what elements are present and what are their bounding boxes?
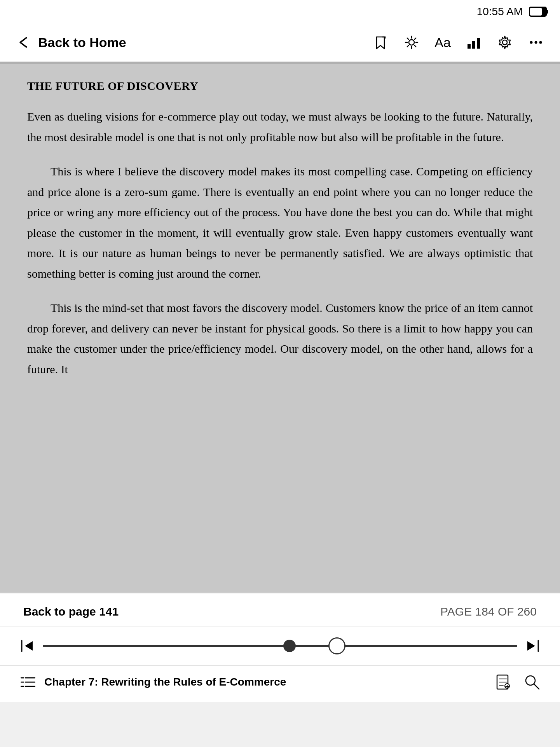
status-time: 10:55 AM bbox=[477, 5, 523, 18]
svg-rect-13 bbox=[468, 44, 471, 49]
last-page-button[interactable] bbox=[525, 638, 541, 654]
svg-line-11 bbox=[415, 38, 416, 40]
bottom-panel: Back to page 141 PAGE 184 OF 260 bbox=[0, 593, 560, 702]
reading-stats-icon[interactable] bbox=[465, 34, 482, 51]
page-info-row: Back to page 141 PAGE 184 OF 260 bbox=[0, 593, 560, 626]
section-title: THE FUTURE OF DISCOVERY bbox=[27, 79, 533, 93]
svg-rect-1 bbox=[546, 10, 548, 14]
nav-left: Back to Home bbox=[16, 35, 126, 50]
battery-icon bbox=[529, 7, 548, 17]
toolbar-right bbox=[495, 674, 541, 691]
page-counter: PAGE 184 OF 260 bbox=[440, 605, 537, 618]
settings-icon[interactable] bbox=[496, 34, 513, 51]
chapter-info: Chapter 7: Rewriting the Rules of E-Comm… bbox=[19, 674, 286, 691]
paragraph-3: This is the mind-set that most favors th… bbox=[27, 298, 533, 380]
svg-line-9 bbox=[407, 38, 409, 40]
svg-point-4 bbox=[409, 40, 414, 45]
bottom-toolbar: Chapter 7: Rewriting the Rules of E-Comm… bbox=[0, 666, 560, 702]
content-area: THE FUTURE OF DISCOVERY Even as dueling … bbox=[0, 64, 560, 593]
svg-point-17 bbox=[530, 41, 533, 44]
scrubber-row bbox=[0, 626, 560, 666]
table-of-contents-icon[interactable] bbox=[19, 674, 37, 691]
back-arrow-button[interactable] bbox=[16, 35, 31, 50]
svg-rect-14 bbox=[472, 41, 475, 49]
nav-bar: Back to Home Aa bbox=[0, 23, 560, 62]
chapter-label: Chapter 7: Rewriting the Rules of E-Comm… bbox=[44, 676, 286, 688]
svg-point-16 bbox=[502, 40, 507, 45]
svg-point-19 bbox=[539, 41, 542, 44]
svg-line-10 bbox=[415, 45, 416, 47]
scrubber-track[interactable] bbox=[43, 645, 517, 647]
svg-rect-3 bbox=[530, 8, 542, 16]
font-size-icon[interactable]: Aa bbox=[434, 34, 451, 51]
status-bar: 10:55 AM bbox=[0, 0, 560, 23]
paragraph-2: This is where I believe the discovery mo… bbox=[27, 161, 533, 284]
scrubber-thumb-secondary[interactable] bbox=[328, 637, 345, 654]
notes-icon[interactable] bbox=[495, 674, 512, 691]
scrubber-thumb-main[interactable] bbox=[283, 640, 296, 652]
svg-rect-15 bbox=[477, 38, 480, 49]
first-page-button[interactable] bbox=[19, 638, 35, 654]
more-options-icon[interactable] bbox=[527, 34, 544, 51]
search-icon[interactable] bbox=[523, 674, 541, 691]
svg-point-18 bbox=[535, 41, 537, 44]
nav-right: Aa bbox=[372, 34, 544, 51]
svg-line-36 bbox=[534, 684, 539, 689]
paragraph-1: Even as dueling visions for e-commerce p… bbox=[27, 107, 533, 147]
brightness-icon[interactable] bbox=[403, 34, 420, 51]
back-to-page-button[interactable]: Back to page 141 bbox=[23, 605, 119, 618]
back-to-home-label[interactable]: Back to Home bbox=[38, 35, 126, 50]
bookmark-icon[interactable] bbox=[372, 34, 389, 51]
svg-line-12 bbox=[407, 45, 409, 47]
scrubber-fill bbox=[43, 645, 290, 647]
